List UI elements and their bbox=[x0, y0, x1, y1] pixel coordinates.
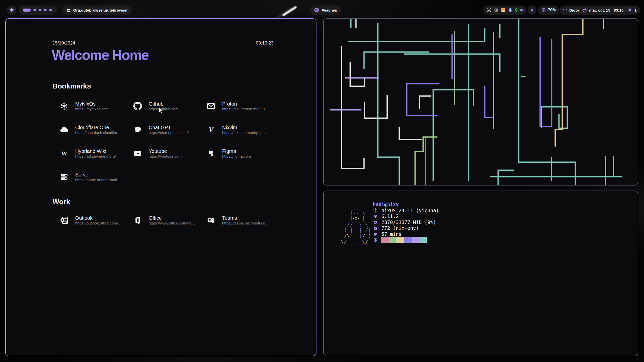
fetch-entry-text: 2870/31377 MiB (9%) bbox=[381, 219, 436, 225]
figma-icon bbox=[206, 149, 216, 158]
pipes-screensaver bbox=[324, 19, 638, 185]
memory-icon bbox=[373, 220, 378, 225]
package-icon bbox=[373, 226, 378, 231]
keepassxc-icon[interactable] bbox=[494, 8, 498, 12]
bookmark-label: Proton bbox=[222, 101, 237, 107]
workspace-5[interactable] bbox=[49, 9, 52, 11]
bookmark-server[interactable]: Serverhttps://home.anotherhadi.… bbox=[53, 172, 126, 195]
wallpaper-streak bbox=[282, 6, 297, 17]
bookmark-cloudflare-one[interactable]: Cloudflare Onehttps://one.dash.cloudflar… bbox=[53, 124, 126, 148]
wifi-icon bbox=[562, 8, 568, 12]
bookmark-nixvim[interactable]: VNixvimhttps://nix-community.git… bbox=[199, 124, 273, 148]
bookmark-url: https://www.office.com/?a… bbox=[149, 221, 195, 225]
obs-icon[interactable] bbox=[487, 8, 492, 13]
battery-widget[interactable]: 70% bbox=[538, 6, 559, 15]
workspace-3[interactable] bbox=[39, 9, 41, 11]
page-title: Welcome Home bbox=[52, 47, 149, 63]
nixos-snowflake-icon bbox=[9, 7, 14, 13]
palette-swatch bbox=[396, 237, 404, 243]
uptime-icon bbox=[373, 232, 378, 237]
bookmark-label: Chat GPT bbox=[149, 125, 171, 130]
bookmark-figma[interactable]: Figmahttps://figma.com bbox=[199, 148, 273, 172]
fetch-entry-text: NixOS 24.11 (Vicuna) bbox=[381, 208, 439, 214]
bookmark-url: https://one.dash.cloudflar… bbox=[75, 130, 121, 135]
bookmark-chat-gpt[interactable]: Chat GPThttps://chat.openai.com/ bbox=[126, 124, 199, 148]
notifications-widget[interactable]: 1 bbox=[624, 6, 640, 15]
vim-icon: V bbox=[206, 125, 216, 134]
bookmark-grid: Outlookhttps://outlook.office.com/…Offic… bbox=[53, 215, 273, 239]
terminal-fetch-window[interactable]: ___ (.. \ (<> | // \ \ ( | | /| _/\ __)/… bbox=[323, 191, 638, 356]
fastfetch-info: hadi@nixy NixOS 24.11 (Vicuna)6.11.22870… bbox=[373, 202, 439, 243]
mouse-cursor bbox=[158, 107, 165, 115]
fetch-color-palette bbox=[373, 237, 439, 243]
section-heading-bookmarks: Bookmarks bbox=[53, 82, 91, 90]
media-track-label: Peaches bbox=[321, 8, 337, 12]
bookmark-office[interactable]: Officehttps://www.office.com/?a… bbox=[126, 215, 199, 239]
workspace-4[interactable] bbox=[44, 9, 47, 11]
terminal-pipes-window[interactable] bbox=[323, 18, 638, 186]
bookmark-outlook[interactable]: Outlookhttps://outlook.office.com/… bbox=[53, 215, 126, 239]
bookmark-label: Cloudflare One bbox=[75, 125, 109, 130]
fetch-entry-text: 57 mins bbox=[381, 231, 401, 237]
bookmark-label: Server bbox=[75, 172, 90, 177]
startpage-header: 15/10/2024 03:10:23 bbox=[53, 40, 273, 46]
divider bbox=[53, 76, 273, 76]
mail-icon bbox=[206, 101, 216, 111]
media-player-widget[interactable]: Peaches bbox=[310, 6, 341, 15]
bookmark-hyprland-wiki[interactable]: WHyprland Wikihttps://wiki.hyprland.org/ bbox=[53, 148, 126, 172]
fetch-entry: 772 (nix-env) bbox=[373, 225, 439, 231]
bookmark-url: https://youtube.com bbox=[149, 154, 182, 158]
notification-count: 1 bbox=[634, 8, 636, 12]
github-icon bbox=[133, 101, 142, 111]
bookmark-label: Figma bbox=[222, 148, 236, 154]
bookmark-url: https://figma.com bbox=[222, 154, 251, 158]
fetch-user-host: hadi@nixy bbox=[373, 202, 439, 208]
bookmark-url: https://mynixos.com bbox=[75, 107, 109, 111]
kernel-icon bbox=[373, 214, 378, 219]
bell-icon bbox=[627, 8, 632, 13]
workspaces[interactable] bbox=[19, 6, 57, 15]
bluetooth-icon bbox=[530, 8, 534, 12]
palette-icon bbox=[373, 238, 378, 242]
battery-percent: 70% bbox=[548, 8, 556, 12]
startpage-date: 15/10/2024 bbox=[53, 40, 75, 46]
volume-widget[interactable] bbox=[517, 6, 526, 15]
wifi-ssid: Djoon bbox=[569, 8, 580, 12]
cloud-icon bbox=[59, 125, 69, 134]
fetch-host: nixy bbox=[387, 202, 399, 207]
bookmark-proton[interactable]: Protonhttps://mail.proton.me/u/0… bbox=[199, 101, 273, 124]
bookmark-youtube[interactable]: Youtubehttps://youtube.com bbox=[126, 148, 199, 172]
files-icon[interactable] bbox=[501, 8, 506, 13]
bookmark-teams[interactable]: Teamshttps://teams.microsoft.co… bbox=[199, 215, 273, 239]
fetch-entry-text: 772 (nix-env) bbox=[381, 225, 419, 231]
palette-swatch bbox=[412, 237, 419, 243]
workspace-2[interactable] bbox=[33, 9, 36, 11]
teams-icon bbox=[206, 215, 216, 225]
bluetooth-tray-icon[interactable] bbox=[508, 8, 513, 13]
office-icon bbox=[133, 215, 142, 225]
svg-text:W: W bbox=[61, 150, 67, 157]
bookmark-label: Hyprland Wiki bbox=[75, 148, 106, 154]
palette-swatch bbox=[389, 237, 396, 243]
palette-swatch bbox=[404, 237, 412, 243]
bookmark-url: https://outlook.office.com/… bbox=[75, 221, 122, 225]
fetch-entry: 6.11.2 bbox=[373, 213, 439, 219]
server-icon bbox=[59, 172, 69, 182]
bookmark-label: Github bbox=[149, 101, 164, 107]
svg-text:V: V bbox=[209, 126, 214, 133]
startpage-time: 03:10:23 bbox=[256, 40, 273, 46]
snowflake-icon bbox=[373, 206, 378, 215]
bookmark-grid: MyNixOshttps://mynixos.comGithubhttps://… bbox=[53, 101, 273, 195]
workspace-1-active[interactable] bbox=[23, 9, 31, 12]
bookmark-label: Outlook bbox=[75, 215, 93, 221]
bookmark-url: https://chat.openai.com/ bbox=[149, 130, 189, 135]
nixos-menu-button[interactable] bbox=[7, 6, 16, 15]
bookmark-url: https://wiki.hyprland.org/ bbox=[75, 154, 116, 158]
bookmark-label: Office bbox=[149, 215, 162, 221]
spotify-icon bbox=[314, 8, 319, 13]
bluetooth-widget[interactable] bbox=[528, 6, 536, 15]
bookmark-mynixos[interactable]: MyNixOshttps://mynixos.com bbox=[53, 101, 126, 124]
bookmark-url: https://home.anotherhadi.… bbox=[75, 178, 122, 182]
qutebrowser-window: 15/10/2024 03:10:23 Welcome Home Bookmar… bbox=[5, 18, 316, 356]
fetch-entry: NixOS 24.11 (Vicuna) bbox=[373, 208, 439, 214]
